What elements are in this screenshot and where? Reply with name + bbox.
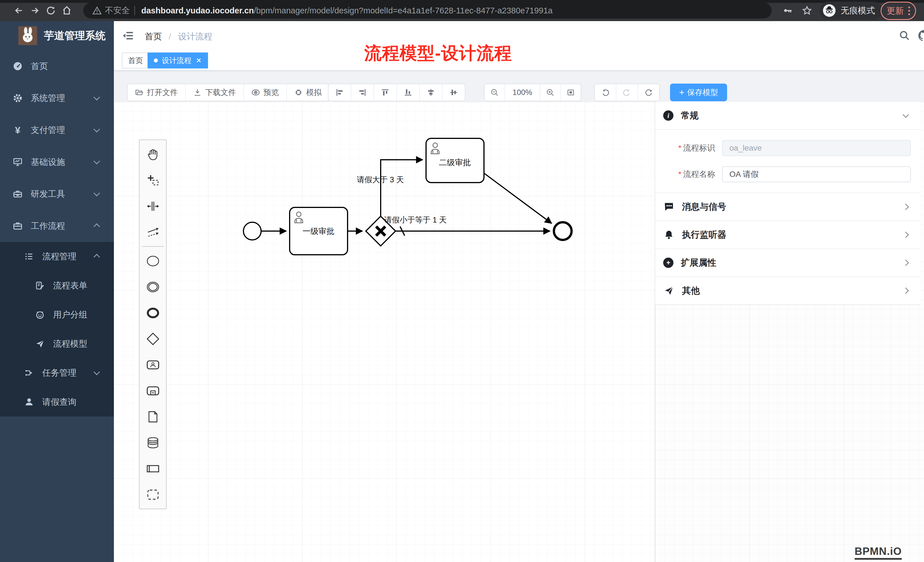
section-general[interactable]: i 常规 bbox=[655, 102, 921, 130]
align-bottom-button[interactable] bbox=[397, 84, 420, 101]
align-bottom-icon bbox=[404, 88, 412, 97]
zoom-in-button[interactable] bbox=[540, 84, 561, 101]
flow-label-le1: 请假小于等于 1 天 bbox=[384, 216, 447, 224]
chevron-right-icon bbox=[903, 204, 909, 210]
sidebar-item-system[interactable]: 系统管理 bbox=[0, 82, 114, 114]
monitor-icon bbox=[12, 157, 23, 167]
user-icon bbox=[23, 397, 35, 407]
section-title: 其他 bbox=[682, 285, 700, 297]
end-event[interactable] bbox=[554, 222, 572, 240]
refresh-icon bbox=[644, 88, 653, 97]
zoom-out-button[interactable] bbox=[484, 84, 505, 101]
security-warning-icon[interactable] bbox=[93, 6, 102, 15]
flow-gateway-to-task2[interactable] bbox=[381, 160, 423, 216]
sidebar-item-payment[interactable]: ¥ 支付管理 bbox=[0, 114, 114, 146]
chevron-right-icon bbox=[903, 232, 909, 238]
field-label: 流程名称 bbox=[683, 170, 715, 178]
form-edit-icon bbox=[34, 281, 46, 291]
back-icon[interactable] bbox=[11, 3, 27, 18]
url-bar[interactable]: 不安全 dashboard.yudao.iocoder.cn/bpm/manag… bbox=[83, 3, 772, 18]
url-domain: dashboard.yudao.iocoder.cn bbox=[141, 6, 254, 15]
fit-viewport-button[interactable] bbox=[561, 84, 581, 101]
tab-home[interactable]: 首页 bbox=[122, 52, 149, 69]
app-logo[interactable]: 芋道管理系统 bbox=[0, 21, 114, 50]
download-file-button[interactable]: 下载文件 bbox=[186, 84, 244, 101]
toolbox-icon bbox=[12, 189, 23, 199]
page: 不安全 dashboard.yudao.iocoder.cn/bpm/manag… bbox=[0, 0, 924, 562]
browser-menu-icon[interactable] bbox=[908, 7, 910, 15]
sidebar-item-user-group[interactable]: 用户分组 bbox=[0, 300, 114, 329]
github-icon[interactable] bbox=[918, 30, 924, 42]
list-tree-icon bbox=[23, 252, 35, 261]
reset-button[interactable] bbox=[638, 84, 659, 101]
chevron-up-icon bbox=[94, 223, 100, 230]
section-message-signal[interactable]: 消息与信号 bbox=[655, 193, 921, 221]
preview-button[interactable]: 预览 bbox=[244, 84, 287, 101]
undo-button[interactable] bbox=[595, 84, 616, 101]
sidebar-item-devtools[interactable]: 研发工具 bbox=[0, 178, 114, 210]
update-button[interactable]: 更新 bbox=[880, 2, 916, 20]
align-center-vertical-icon bbox=[450, 88, 458, 97]
process-key-input[interactable] bbox=[722, 140, 911, 156]
align-left-button[interactable] bbox=[328, 84, 351, 101]
sidebar-item-workflow[interactable]: 工作流程 bbox=[0, 210, 114, 242]
url-path: /bpm/manager/model/design?modelId=e4a1a1… bbox=[254, 6, 553, 15]
bell-icon bbox=[663, 229, 675, 240]
process-name-input[interactable] bbox=[722, 166, 911, 182]
sidebar-item-home[interactable]: 首页 bbox=[0, 50, 114, 82]
save-model-button[interactable]: + 保存模型 bbox=[670, 84, 727, 101]
tab-design-process[interactable]: 设计流程 bbox=[147, 52, 208, 69]
chevron-down-icon bbox=[903, 112, 909, 118]
section-execution-listener[interactable]: 执行监听器 bbox=[655, 221, 921, 249]
bookmark-star-icon[interactable] bbox=[799, 3, 815, 18]
sidebar-item-process-mgmt[interactable]: 流程管理 bbox=[0, 242, 114, 271]
flow-label-gt3: 请假大于 3 天 bbox=[357, 175, 404, 184]
section-title: 消息与信号 bbox=[682, 201, 726, 213]
align-top-button[interactable] bbox=[374, 84, 397, 101]
breadcrumb-home[interactable]: 首页 bbox=[145, 31, 162, 41]
sidebar-item-label: 研发工具 bbox=[31, 188, 65, 200]
menu-fold-icon[interactable] bbox=[122, 30, 134, 42]
undo-icon bbox=[601, 88, 609, 97]
browser-nav bbox=[11, 3, 75, 18]
align-button-group bbox=[328, 84, 465, 101]
bpmn-io-logo[interactable]: BPMN.iO bbox=[855, 546, 902, 560]
section-extension-attrs[interactable]: + 扩展属性 bbox=[655, 249, 921, 277]
section-other[interactable]: 其他 bbox=[655, 277, 921, 304]
tab-label: 设计流程 bbox=[162, 55, 192, 66]
task-label: 二级审批 bbox=[439, 158, 471, 167]
paper-plane-icon bbox=[34, 339, 46, 349]
align-center-horizontal-button[interactable] bbox=[420, 84, 442, 101]
sidebar-item-process-form[interactable]: 流程表单 bbox=[0, 271, 114, 300]
key-icon[interactable] bbox=[780, 3, 796, 18]
start-event[interactable] bbox=[243, 222, 261, 240]
download-icon bbox=[193, 88, 202, 97]
update-label[interactable]: 更新 bbox=[886, 5, 904, 17]
chevron-right-icon bbox=[903, 288, 909, 294]
security-label[interactable]: 不安全 bbox=[105, 5, 130, 16]
forward-icon[interactable] bbox=[27, 3, 43, 18]
close-icon[interactable] bbox=[195, 57, 202, 64]
breadcrumb-separator: / bbox=[169, 31, 171, 41]
field-label: 流程标识 bbox=[683, 144, 715, 152]
sidebar-item-infra[interactable]: 基础设施 bbox=[0, 146, 114, 178]
align-top-icon bbox=[381, 88, 390, 97]
sidebar-item-leave-query[interactable]: 请假查询 bbox=[0, 387, 114, 417]
file-button-group: 打开文件 下载文件 预览 模拟 bbox=[127, 84, 330, 101]
plus-icon: + bbox=[679, 87, 685, 98]
simulate-button[interactable]: 模拟 bbox=[287, 84, 329, 101]
sidebar-item-task-mgmt[interactable]: 任务管理 bbox=[0, 358, 114, 387]
app-avatar bbox=[18, 26, 37, 45]
redo-button[interactable] bbox=[616, 84, 638, 101]
chevron-down-icon bbox=[94, 158, 100, 165]
align-center-vertical-button[interactable] bbox=[442, 84, 465, 101]
align-right-button[interactable] bbox=[351, 84, 374, 101]
flow-task2-to-end[interactable] bbox=[484, 173, 552, 223]
app-title: 芋道管理系统 bbox=[44, 29, 106, 43]
home-icon[interactable] bbox=[59, 3, 75, 18]
reload-icon[interactable] bbox=[43, 3, 59, 18]
sidebar-item-process-model[interactable]: 流程模型 bbox=[0, 329, 114, 358]
search-icon[interactable] bbox=[898, 30, 910, 41]
section-title: 扩展属性 bbox=[681, 257, 716, 269]
open-file-button[interactable]: 打开文件 bbox=[128, 84, 186, 101]
